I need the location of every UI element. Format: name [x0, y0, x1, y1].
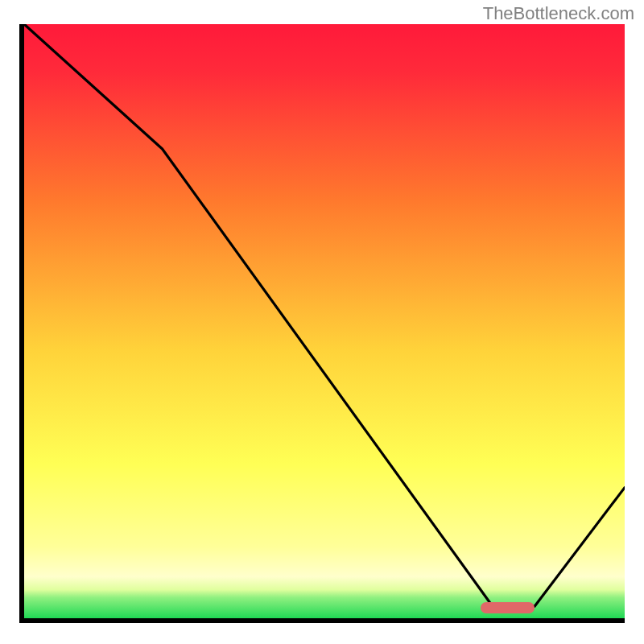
optimal-range-marker — [481, 602, 535, 613]
gradient-background — [24, 24, 625, 618]
chart-canvas — [24, 24, 625, 618]
page-root: TheBottleneck.com — [0, 0, 644, 644]
watermark-text: TheBottleneck.com — [483, 3, 634, 24]
